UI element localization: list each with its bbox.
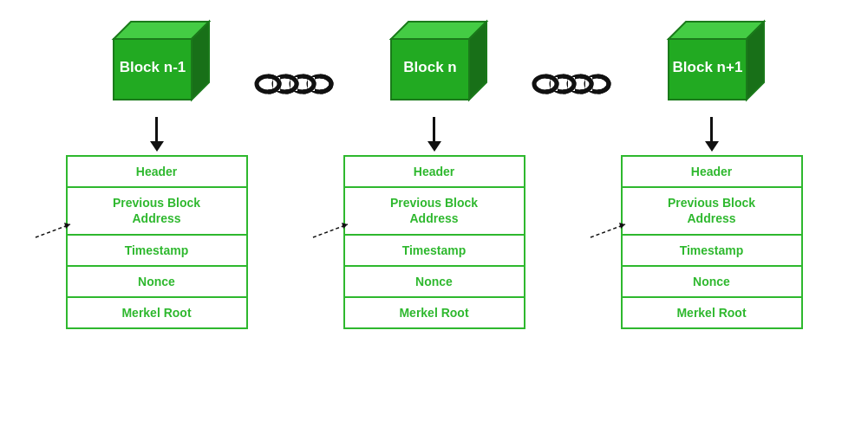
block-n-minus-1-arrow	[150, 117, 164, 152]
svg-marker-5	[64, 223, 70, 229]
cube-svg: Block n-1	[96, 13, 218, 113]
block-n-column: Block n Header Previous BlockAddress Tim…	[339, 13, 530, 327]
svg-line-17	[313, 224, 348, 237]
merkel-box-1: Merkel Root	[343, 296, 525, 329]
merkel-box-2: Merkel Root	[621, 296, 803, 329]
svg-text:Block n-1: Block n-1	[119, 59, 186, 75]
dashed-arrow-n	[309, 216, 356, 246]
chain-svg-1	[252, 65, 339, 103]
chain-1	[252, 65, 339, 103]
nonce-box-0: Nonce	[66, 265, 248, 298]
svg-marker-18	[342, 223, 348, 229]
chain-svg-2	[530, 65, 617, 103]
nonce-box-1: Nonce	[343, 265, 525, 298]
cube-svg-2: Block n	[374, 13, 495, 113]
block-n-minus-1-info: Header Previous BlockAddress Timestamp N…	[66, 155, 248, 327]
block-n-plus-1-cube: Block n+1	[651, 13, 773, 113]
chain-2	[530, 65, 617, 103]
prev-block-box-0: Previous BlockAddress	[66, 186, 248, 235]
prev-block-box-2: Previous BlockAddress	[621, 186, 803, 235]
timestamp-box-2: Timestamp	[621, 234, 803, 267]
cube-svg-3: Block n+1	[651, 13, 773, 113]
block-n-plus-1-column: Block n+1 Header Previous BlockAddress T…	[617, 13, 807, 327]
dashed-arrow-n-minus-1	[31, 216, 79, 246]
merkel-box-0: Merkel Root	[66, 296, 248, 329]
header-box-0: Header	[66, 155, 248, 188]
block-n-plus-1-info: Header Previous BlockAddress Timestamp N…	[621, 155, 803, 327]
header-box-1: Header	[343, 155, 525, 188]
block-n-info: Header Previous BlockAddress Timestamp N…	[343, 155, 525, 327]
prev-block-box-1: Previous BlockAddress	[343, 186, 525, 235]
nonce-box-2: Nonce	[621, 265, 803, 298]
block-n-plus-1-arrow	[705, 117, 719, 152]
svg-text:Block n: Block n	[403, 59, 456, 75]
header-box-2: Header	[621, 155, 803, 188]
block-n-cube: Block n	[374, 13, 495, 113]
timestamp-box-1: Timestamp	[343, 234, 525, 267]
svg-marker-31	[619, 223, 625, 229]
block-n-minus-1-column: Block n-1 Header Previous BlockAddress T…	[62, 13, 252, 327]
svg-line-4	[36, 224, 70, 237]
svg-text:Block n+1: Block n+1	[672, 59, 742, 75]
dashed-arrow-n-plus-1	[586, 216, 634, 246]
blockchain-diagram: Block n-1 Header Previous BlockAddress T…	[0, 0, 868, 434]
timestamp-box-0: Timestamp	[66, 234, 248, 267]
block-n-arrow	[427, 117, 441, 152]
block-n-minus-1-cube: Block n-1	[96, 13, 218, 113]
svg-line-30	[591, 224, 625, 237]
